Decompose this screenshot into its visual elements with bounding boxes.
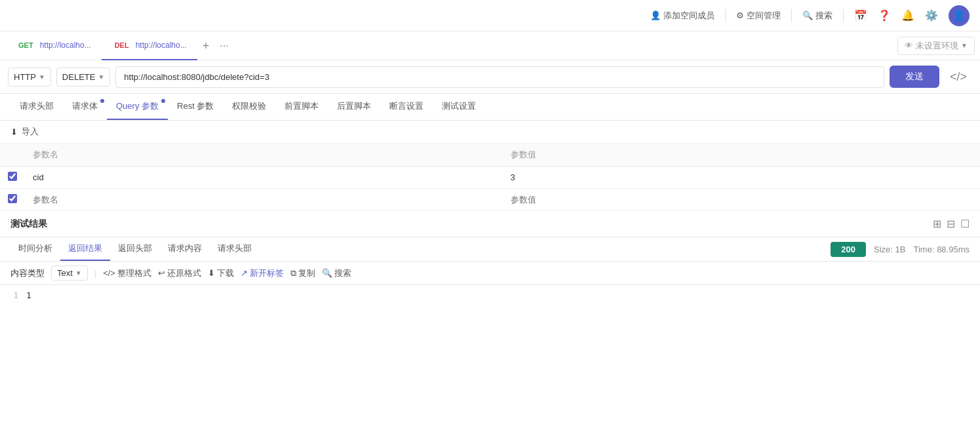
tab-assertion[interactable]: 断言设置 (380, 94, 433, 120)
result-tab-body[interactable]: 返回结果 (60, 237, 110, 261)
calendar-icon[interactable]: 📅 (854, 9, 867, 22)
result-tabs: 时间分析 返回结果 返回头部 请求内容 请求头部 (0, 237, 820, 261)
tab-test-settings[interactable]: 测试设置 (433, 94, 485, 120)
avatar-icon: 👤 (952, 9, 966, 22)
tab-request-body[interactable]: 请求体 (63, 94, 107, 120)
url-input[interactable] (115, 66, 884, 88)
add-tab-button[interactable]: + (197, 31, 215, 60)
query-dot-badge (161, 99, 165, 103)
bell-icon[interactable]: 🔔 (901, 9, 914, 22)
line-content-1: 1 (26, 290, 31, 300)
row1-name-input[interactable] (33, 195, 495, 205)
search-result-icon: 🔍 (322, 268, 332, 278)
code-icon[interactable]: </> (945, 70, 972, 84)
size-info: Size: 1B (874, 244, 905, 254)
tab-post-script[interactable]: 后置脚本 (328, 94, 380, 120)
line-number-1: 1 (0, 290, 26, 300)
method-select[interactable]: DELETE ▼ (56, 68, 110, 87)
gear-icon: ⚙ (736, 10, 744, 20)
params-table: 参数名 参数值 (0, 144, 980, 211)
person-add-icon: 👤 (650, 10, 661, 20)
import-icon: ⬇ (10, 127, 18, 137)
row1-value-cell (503, 189, 981, 211)
copy-action[interactable]: ⧉ 复制 (290, 267, 315, 279)
format-label: 整理格式 (117, 267, 151, 279)
search-label: 搜索 (815, 10, 833, 22)
row1-checkbox[interactable] (8, 194, 17, 203)
time-value: 88.95ms (937, 244, 970, 254)
tab-pre-script[interactable]: 前置脚本 (275, 94, 328, 120)
params-tabs: 请求头部 请求体 Query 参数 Rest 参数 权限校验 前置脚本 后置脚本… (0, 94, 980, 121)
search-action[interactable]: 🔍 搜索 (802, 10, 833, 22)
param-value-header: 参数值 (503, 144, 981, 166)
request-tab-1[interactable]: DEL http://localho... (102, 31, 197, 60)
row1-value-input[interactable] (511, 195, 973, 205)
restore-icon: ↩ (158, 268, 165, 278)
proto-chevron-icon: ▼ (39, 73, 45, 81)
result-tab-time[interactable]: 时间分析 (10, 237, 60, 261)
full-view-icon[interactable]: ☐ (960, 218, 970, 230)
code-area: 1 1 (0, 285, 980, 305)
download-action[interactable]: ⬇ 下载 (208, 267, 234, 279)
search-icon: 🔍 (802, 10, 813, 20)
settings-icon[interactable]: ⚙️ (925, 9, 938, 22)
horizontal-split-icon[interactable]: ⊟ (947, 218, 955, 230)
send-button[interactable]: 发送 (890, 66, 939, 88)
param-name-header: 参数名 (25, 144, 503, 166)
content-type-selected: Text (57, 268, 73, 278)
row0-value-input[interactable] (511, 172, 973, 182)
chevron-down-icon: ▼ (961, 42, 968, 49)
result-tab-row: 时间分析 返回结果 返回头部 请求内容 请求头部 200 Size: 1B Ti… (0, 237, 980, 262)
avatar[interactable]: 👤 (949, 5, 970, 26)
content-type-chevron: ▼ (75, 269, 82, 277)
status-badge: 200 (831, 242, 866, 257)
protocol-select[interactable]: HTTP ▼ (8, 68, 51, 87)
request-tab-0[interactable]: GET http://localho... (5, 31, 102, 60)
url-bar: HTTP ▼ DELETE ▼ 发送 </> (0, 60, 980, 94)
tab-url-0: http://localho... (40, 41, 91, 50)
time-label: Time: (913, 244, 934, 254)
protocol-label: HTTP (14, 72, 36, 82)
result-tab-request-header[interactable]: 请求头部 (210, 237, 260, 261)
divider (725, 9, 726, 22)
method-badge-get: GET (16, 41, 36, 50)
restore-action[interactable]: ↩ 还原格式 (158, 267, 201, 279)
content-type-label: 内容类型 (10, 267, 45, 279)
tab-rest-params[interactable]: Rest 参数 (168, 94, 223, 120)
time-info: Time: 88.95ms (913, 244, 970, 254)
download-label: 下载 (217, 267, 234, 279)
status-info: 200 Size: 1B Time: 88.95ms (820, 242, 980, 257)
table-row (0, 189, 980, 211)
help-icon[interactable]: ❓ (878, 9, 891, 22)
row0-name-cell (25, 166, 503, 189)
body-dot-badge (100, 99, 104, 103)
content-type-select[interactable]: Text ▼ (51, 265, 88, 281)
request-tab-bar: GET http://localho... DEL http://localho… (0, 31, 980, 60)
search-action[interactable]: 🔍 搜索 (322, 267, 351, 279)
tab-url-1: http://localho... (136, 41, 187, 50)
row0-checkbox[interactable] (8, 172, 17, 181)
copy-icon: ⧉ (290, 268, 296, 279)
space-manage-action[interactable]: ⚙ 空间管理 (736, 10, 781, 22)
download-icon: ⬇ (208, 268, 215, 278)
add-member-label: 添加空间成员 (663, 10, 715, 22)
tab-query-params[interactable]: Query 参数 (107, 94, 168, 120)
result-tab-header[interactable]: 返回头部 (110, 237, 160, 261)
more-tabs-button[interactable]: ··· (214, 40, 233, 52)
content-type-bar: 内容类型 Text ▼ | </> 整理格式 ↩ 还原格式 ⬇ 下载 ↗ 新开标… (0, 262, 980, 285)
tab-auth[interactable]: 权限校验 (223, 94, 275, 120)
import-row[interactable]: ⬇ 导入 (0, 121, 980, 144)
method-badge-del: DEL (112, 41, 132, 50)
split-view-icon[interactable]: ⊞ (933, 218, 941, 230)
size-value: 1B (895, 244, 906, 254)
result-tab-request-body[interactable]: 请求内容 (160, 237, 210, 261)
add-member-action[interactable]: 👤 添加空间成员 (650, 10, 715, 22)
env-selector[interactable]: 👁 未设置环境 ▼ (897, 37, 975, 55)
tab-request-header[interactable]: 请求头部 (10, 94, 63, 120)
new-tab-action[interactable]: ↗ 新开标签 (241, 267, 284, 279)
code-line-1: 1 1 (0, 290, 980, 300)
format-action[interactable]: </> 整理格式 (103, 267, 151, 279)
row0-name-input[interactable] (33, 172, 495, 182)
space-manage-label: 空间管理 (747, 10, 781, 22)
row1-check-cell (0, 189, 25, 211)
